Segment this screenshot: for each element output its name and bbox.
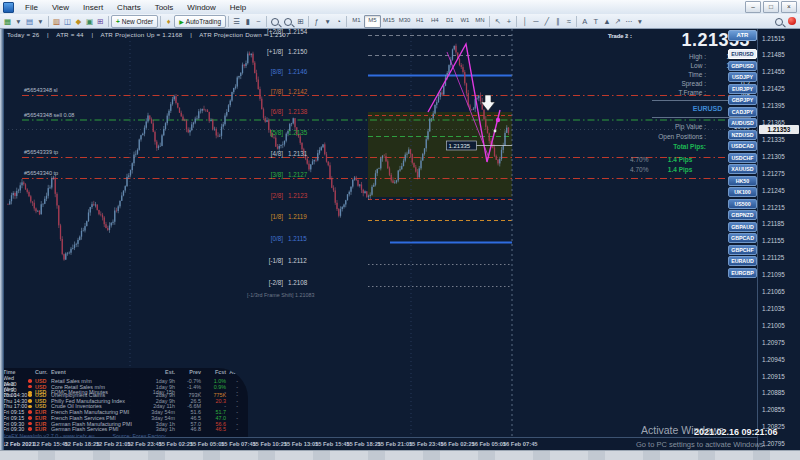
symbol-button[interactable]: HK50 bbox=[728, 176, 757, 186]
timeframe-button[interactable]: M5 bbox=[364, 15, 381, 28]
symbol-button[interactable]: GBPCHF bbox=[728, 245, 757, 255]
symbol-button[interactable]: USDCAD bbox=[728, 141, 757, 151]
navigator-icon[interactable]: ◆ bbox=[73, 16, 84, 27]
timeframe-button[interactable]: W1 bbox=[457, 15, 472, 26]
cursor-icon[interactable]: ↖ bbox=[492, 16, 503, 27]
strategy-tester-icon[interactable]: ⊞ bbox=[95, 16, 106, 27]
close-button[interactable]: × bbox=[781, 1, 797, 13]
indicators-icon[interactable]: ƒ bbox=[311, 16, 322, 27]
symbol-button[interactable]: NZDUSD bbox=[728, 130, 757, 140]
symbol-button[interactable]: EURGBP bbox=[728, 268, 757, 278]
vertical-line-icon[interactable]: │ bbox=[519, 16, 530, 27]
time-axis-label: 12 Feb 23:45 bbox=[127, 441, 162, 447]
price-axis[interactable]: 1.215151.214851.214551.214251.213951.213… bbox=[757, 29, 800, 460]
symbol-button[interactable]: EURJPY bbox=[728, 84, 757, 94]
trendline-icon[interactable]: ╱ bbox=[541, 16, 552, 27]
symbol-button[interactable]: CADJPY bbox=[728, 107, 757, 117]
plus-icon: + bbox=[116, 18, 120, 25]
symbol-button[interactable]: AUDUSD bbox=[728, 118, 757, 128]
menu-item[interactable]: Help bbox=[223, 1, 253, 14]
impact-dot-icon bbox=[28, 427, 32, 431]
minimize-button[interactable]: – bbox=[745, 1, 761, 13]
impact-dot-icon bbox=[28, 422, 32, 426]
frame-shift-label: [-1/3rd Frame Shift] 1.21083 bbox=[247, 292, 314, 298]
news-row: Fri 09:30 EUR German Flash Services PMI … bbox=[0, 426, 248, 432]
tools-dropdown-icon[interactable]: ▾ bbox=[634, 16, 645, 27]
price-axis-value: 1.20885 bbox=[762, 389, 785, 396]
symbol-button[interactable]: USDCHF bbox=[728, 153, 757, 163]
zoom-in-icon[interactable] bbox=[271, 18, 279, 26]
symbol-button[interactable]: GBPNZD bbox=[728, 210, 757, 220]
maximize-button[interactable]: □ bbox=[763, 1, 779, 13]
arrow-tool-icon[interactable]: ↗ bbox=[612, 16, 623, 27]
zoom-out-icon[interactable] bbox=[284, 18, 292, 26]
order-line-label: #56543348 sell 0.08 bbox=[24, 112, 74, 118]
autotrading-button[interactable]: ▶AutoTrading bbox=[174, 15, 226, 28]
indicators-dropdown-icon[interactable]: ▾ bbox=[322, 16, 333, 27]
bar-chart-mode-icon[interactable]: ☰ bbox=[231, 16, 242, 27]
timeframe-button[interactable]: M15 bbox=[381, 15, 397, 26]
atr-button[interactable]: ATR bbox=[728, 30, 757, 41]
channel-icon[interactable]: ∥ bbox=[552, 16, 563, 27]
timeframe-button[interactable]: M30 bbox=[397, 15, 413, 26]
profiles-dropdown-icon[interactable]: ▾ bbox=[35, 16, 46, 27]
menu-item[interactable]: File bbox=[18, 1, 45, 14]
timeframe-button[interactable]: M1 bbox=[349, 15, 364, 26]
fibonacci-icon[interactable]: ≈ bbox=[563, 16, 574, 27]
menu-item[interactable]: View bbox=[45, 1, 76, 14]
symbol-button[interactable]: EURUSD bbox=[728, 49, 757, 59]
shapes-tool-icon[interactable]: ▲ bbox=[601, 16, 612, 27]
new-chart-icon[interactable]: ▦ bbox=[2, 16, 13, 27]
time-axis-label: 15 Feb 15:45 bbox=[315, 441, 350, 447]
timeframe-button[interactable]: D1 bbox=[442, 15, 457, 26]
price-axis-value: 1.21185 bbox=[762, 220, 784, 227]
news-panel: Time Curr. Event Est. Prev Fcst Act Wed … bbox=[0, 368, 248, 437]
order-line-label: #56543348 sl bbox=[24, 87, 58, 93]
symbol-button[interactable]: GBPAUD bbox=[728, 222, 757, 232]
time-axis-label: 16 Feb 02:25 bbox=[440, 441, 475, 447]
timeframe-button[interactable]: MN bbox=[472, 15, 487, 26]
profiles-icon[interactable]: ▤ bbox=[24, 16, 35, 27]
time-axis-label: 15 Feb 13:05 bbox=[284, 441, 319, 447]
metaeditor-icon[interactable]: ♦ bbox=[163, 16, 174, 27]
symbol-button[interactable]: UK100 bbox=[728, 187, 757, 197]
new-chart-dropdown-icon[interactable]: ▾ bbox=[13, 16, 24, 27]
menu-item[interactable]: Charts bbox=[110, 1, 148, 14]
line-chart-mode-icon[interactable]: ~ bbox=[253, 16, 264, 27]
symbol-button[interactable]: USDJPY bbox=[728, 72, 757, 82]
clock-icon[interactable]: ◔ bbox=[333, 16, 344, 27]
menu-item[interactable]: Insert bbox=[76, 1, 110, 14]
search-icon[interactable] bbox=[775, 18, 783, 26]
new-order-button[interactable]: +New Order bbox=[111, 15, 158, 28]
price-axis-value: 1.20975 bbox=[762, 339, 785, 346]
data-window-icon[interactable]: ◫ bbox=[62, 16, 73, 27]
text-tool-icon[interactable]: A bbox=[579, 16, 590, 27]
time-axis-label: 12 Feb 2021 bbox=[2, 441, 35, 447]
symbol-button[interactable]: EURAUD bbox=[728, 256, 757, 266]
symbol-button[interactable]: XAUUSD bbox=[728, 164, 757, 174]
symbol-button[interactable]: GBPUSD bbox=[728, 61, 757, 71]
notification-badge-icon[interactable] bbox=[788, 17, 796, 25]
timeframe-button[interactable]: H4 bbox=[427, 15, 442, 26]
terminal-icon[interactable]: ▣ bbox=[84, 16, 95, 27]
news-source: Source: Forex Factory bbox=[112, 433, 165, 437]
horizontal-line-icon[interactable]: ─ bbox=[530, 16, 541, 27]
symbol-button[interactable]: US500 bbox=[728, 199, 757, 209]
market-watch-icon[interactable]: ▥ bbox=[51, 16, 62, 27]
impact-dot-icon bbox=[28, 416, 32, 420]
label-tool-icon[interactable]: T bbox=[590, 16, 601, 27]
menu-item[interactable]: Window bbox=[180, 1, 222, 14]
play-icon: ▶ bbox=[179, 18, 184, 25]
timeframe-buttons: M1M5M15M30H1H4D1W1MN bbox=[349, 15, 487, 28]
symbol-button[interactable]: GBPJPY bbox=[728, 95, 757, 105]
news-row: Wed 14:30 USD Retail Sales m/m 1day 9h -… bbox=[0, 375, 248, 381]
timeframe-button[interactable]: H1 bbox=[412, 15, 427, 26]
symbol-button[interactable]: GBPCAD bbox=[728, 233, 757, 243]
menu-item[interactable]: Tools bbox=[148, 1, 181, 14]
more-tools-icon[interactable]: ⋯ bbox=[623, 16, 634, 27]
tile-windows-icon[interactable]: ⊞ bbox=[295, 16, 306, 27]
time-axis-label: 15 Feb 18:25 bbox=[346, 441, 381, 447]
murrey-level-label: [5/8]1.2135 bbox=[250, 129, 307, 136]
candle-chart-mode-icon[interactable]: ▮ bbox=[242, 16, 253, 27]
crosshair-icon[interactable]: + bbox=[503, 16, 514, 27]
